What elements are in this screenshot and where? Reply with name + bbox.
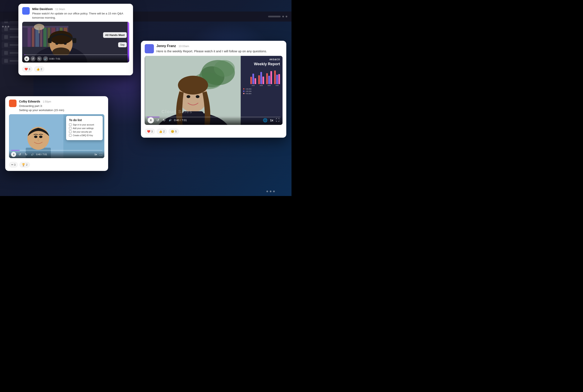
reaction-thumbs-jenny[interactable]: 👍 2 — [157, 129, 167, 134]
todo-text-0: Sign in to your account — [73, 124, 94, 126]
forward-button-jenny[interactable]: ↻ — [161, 118, 166, 123]
pause-button-jenny[interactable]: ⏸ — [148, 117, 154, 124]
message-text-jenny: Here is the weekly Report. Please watch … — [156, 49, 283, 54]
reaction-heart-jenny[interactable]: ❤️ 3 — [145, 129, 155, 134]
card-jenny: Jenny Franz 10:03am Here is the weekly R… — [141, 41, 286, 138]
video-controls-colby[interactable]: ⏸ ↺ ↻ 🔊 0:40 / 7:01 1x ⛶ — [9, 150, 104, 158]
svg-point-28 — [214, 60, 235, 77]
forward-button-mike[interactable]: ↻ — [37, 56, 42, 61]
svg-point-18 — [55, 43, 58, 45]
globe-icon-jenny: 🌐 — [263, 118, 267, 122]
todo-item-0: Sign in to your account — [69, 124, 100, 126]
volume-button-mike[interactable]: 🔊 — [43, 56, 48, 61]
message-text-colby: Onboarding part 3: Setting up your works… — [19, 104, 104, 112]
message-meta-mike: Mike Davidson 11:34am Please watch! An u… — [32, 7, 129, 20]
time-display-mike: 0:00 / 7:01 — [49, 58, 60, 60]
svg-point-19 — [64, 43, 67, 45]
thumbs-icon-jenny: 👍 — [159, 130, 162, 133]
svg-point-17 — [49, 31, 72, 44]
svg-rect-3 — [27, 28, 31, 47]
reaction-smile-jenny[interactable]: 😊 5 — [168, 129, 179, 134]
card-colby: Colby Edwards 1:50pm Onboarding part 3: … — [5, 96, 108, 171]
svg-rect-22 — [72, 38, 76, 43]
todo-checkbox-0[interactable] — [69, 124, 71, 126]
todo-title: To do list — [69, 118, 100, 122]
time-jenny: 10:03am — [179, 44, 189, 48]
todo-checkbox-3[interactable] — [69, 134, 71, 136]
pause-button-colby[interactable]: ⏸ — [11, 152, 16, 157]
todo-item-1: Add your user settings — [69, 127, 100, 130]
message-meta-jenny: Jenny Franz 10:03am Here is the weekly R… — [156, 44, 283, 54]
svg-point-42 — [34, 136, 37, 138]
reaction-heart-mike[interactable]: ❤️ 3 — [22, 66, 32, 72]
todo-checkbox-2[interactable] — [69, 130, 71, 133]
dots-icon-colby: •• — [11, 163, 13, 166]
video-watermark: Cloud Sales — [161, 109, 192, 114]
message-text-mike: Please watch! An update on our office po… — [32, 12, 129, 20]
video-overlay-report: AKG&CO Weekly Report w32 — [241, 56, 283, 125]
svg-rect-5 — [35, 28, 39, 47]
card-header-colby: Colby Edwards 1:50pm Onboarding part 3: … — [5, 96, 108, 114]
todo-text-1: Add your user settings — [73, 127, 94, 130]
reaction-thumbs-mike[interactable]: 👍 2 — [34, 66, 44, 72]
todo-item-3: Create a EMQ ID Key — [69, 134, 100, 136]
speed-jenny[interactable]: 1x — [270, 118, 273, 122]
todo-text-3: Create a EMQ ID Key — [73, 134, 93, 136]
speed-colby[interactable]: 1x — [94, 153, 97, 156]
video-player-mike[interactable]: All Hands Meet Sep ▶ ↺ ↻ 🔊 0:00 / 7:01 — [22, 22, 129, 62]
video-badge-allhands: All Hands Meet — [103, 32, 127, 38]
svg-rect-7 — [43, 28, 47, 47]
svg-point-35 — [196, 95, 199, 98]
svg-point-43 — [39, 136, 42, 138]
thumbs-icon: 👍 — [36, 68, 40, 71]
fullscreen-icon-colby[interactable]: ⛶ — [99, 153, 102, 156]
video-player-jenny[interactable]: AKG&CO Weekly Report w32 — [145, 56, 283, 125]
svg-rect-6 — [40, 28, 42, 47]
svg-rect-2 — [22, 26, 68, 28]
reactions-mike: ❤️ 3 👍 2 — [18, 65, 133, 75]
author-colby: Colby Edwards — [19, 100, 40, 103]
rewind-button-colby[interactable]: ↺ — [17, 152, 22, 157]
video-controls-jenny[interactable]: ⏸ ↺ ↻ 🔊 0:40 / 7:01 🌐 1x ⛶ — [145, 116, 283, 125]
volume-button-colby[interactable]: 🔊 — [30, 152, 35, 157]
reactions-jenny: ❤️ 3 👍 2 😊 5 — [141, 128, 286, 137]
reactions-colby: •• 3 🏆 2 — [5, 161, 108, 170]
author-jenny: Jenny Franz — [156, 44, 176, 48]
heart-icon-jenny: ❤️ — [147, 130, 150, 133]
cards-container: Mike Davidson 11:34am Please watch! An u… — [0, 0, 291, 196]
fullscreen-icon-jenny[interactable]: ⛶ — [276, 118, 280, 122]
svg-rect-14 — [39, 27, 39, 33]
avatar-colby — [9, 100, 16, 107]
time-display-jenny: 0:40 / 7:01 — [174, 118, 187, 122]
svg-rect-21 — [48, 38, 52, 43]
rewind-button-jenny[interactable]: ↺ — [155, 118, 160, 123]
card-mike: Mike Davidson 11:34am Please watch! An u… — [18, 4, 133, 75]
video-badge-sep: Sep — [118, 42, 127, 47]
svg-point-34 — [186, 95, 190, 98]
video-controls-mike[interactable]: ▶ ↺ ↻ 🔊 0:00 / 7:01 — [22, 55, 129, 62]
todo-checkbox-1[interactable] — [69, 127, 71, 130]
rewind-button-mike[interactable]: ↺ — [30, 56, 35, 61]
report-title: Weekly Report — [243, 62, 280, 66]
trophy-icon-colby: 🏆 — [22, 163, 25, 166]
author-mike: Mike Davidson — [32, 7, 53, 11]
avatar-mike — [22, 7, 30, 15]
svg-point-33 — [178, 76, 208, 94]
report-brand: AKG&CO — [243, 58, 280, 61]
chart-legend: +49.654 +35.528 +54.864 — [243, 88, 280, 94]
video-player-colby[interactable]: To do list Sign in to your account Add y… — [9, 114, 104, 158]
avatar-jenny — [145, 44, 154, 53]
reaction-trophy-colby[interactable]: 🏆 2 — [19, 162, 30, 168]
play-button-mike[interactable]: ▶ — [24, 56, 29, 61]
heart-icon: ❤️ — [24, 68, 28, 71]
report-chart: w32 w33 — [243, 70, 280, 86]
volume-button-jenny[interactable]: 🔊 — [168, 118, 173, 123]
time-mike: 11:34am — [55, 8, 65, 11]
time-display-colby: 0:40 / 7:01 — [36, 153, 47, 156]
reaction-dots-colby[interactable]: •• 3 — [9, 162, 18, 168]
smile-icon-jenny: 😊 — [171, 130, 174, 133]
forward-button-colby[interactable]: ↻ — [24, 152, 29, 157]
todo-overlay: To do list Sign in to your account Add y… — [66, 116, 103, 140]
message-meta-colby: Colby Edwards 1:50pm Onboarding part 3: … — [19, 100, 104, 112]
card-header-mike: Mike Davidson 11:34am Please watch! An u… — [18, 4, 133, 22]
